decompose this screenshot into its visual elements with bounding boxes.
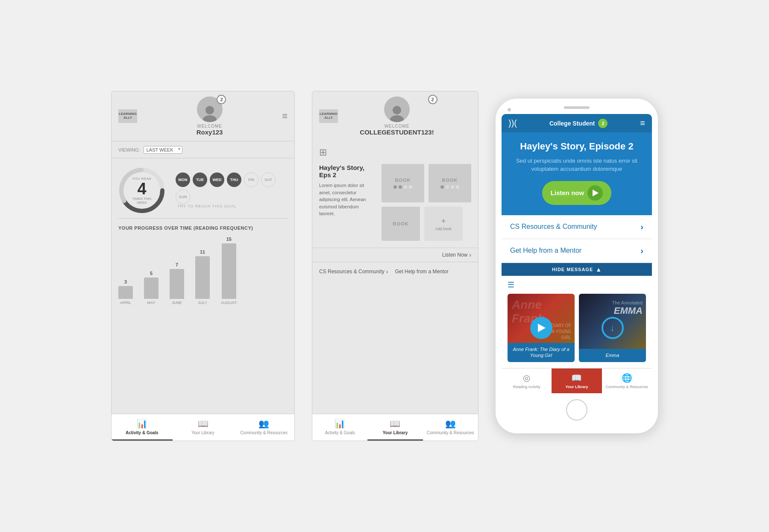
- learning-ally-logo: LEARNING ALLY: [118, 109, 137, 123]
- screen2-bottom-nav: 📊 Activity & Goals 📖 Your Library 👥 Comm…: [312, 414, 478, 441]
- phone-frame: ))( College Student 2 ≡ Hayley's Story, …: [496, 99, 658, 433]
- hero-title: Hayley's Story, Episode 2: [510, 141, 643, 152]
- emma-download-button[interactable]: ↓: [602, 317, 624, 339]
- screen2-avatar[interactable]: [384, 96, 410, 122]
- hide-message-text: HIDE MESSAGE: [552, 267, 593, 272]
- day-mon: MON: [176, 172, 190, 187]
- book-description: Lorem ipsum dolor sit amet, consectetur …: [319, 182, 375, 217]
- nav-activity-goals[interactable]: 📊 Activity & Goals: [112, 414, 173, 441]
- header-menu-icon[interactable]: ≡: [640, 118, 645, 128]
- nav-your-library[interactable]: 📖 Your Library: [173, 414, 234, 441]
- svg-point-5: [393, 106, 401, 114]
- cs-resources-link[interactable]: CS Resources & Community ›: [502, 215, 652, 239]
- book-thumb-1[interactable]: BOOK: [382, 164, 424, 202]
- app-community-icon: 🌐: [622, 373, 632, 383]
- bar-june: 7 JUNE: [170, 262, 184, 305]
- library-label: Your Library: [191, 430, 214, 435]
- reading-stats-section: YOU READ 4 TIMES THIS WEEK MON TUE WED T…: [112, 158, 294, 218]
- app-nav-reading-activity[interactable]: ◎ Reading Activity: [502, 368, 552, 393]
- anne-play-button[interactable]: [530, 317, 552, 339]
- hide-message-bar[interactable]: HIDE MESSAGE ▲: [502, 263, 652, 276]
- anne-frank-card[interactable]: AnneFrank DIARY OFA YOUNGGIRL Anne Frank…: [508, 294, 575, 362]
- progress-chart-section: YOUR PROGRESS OVER TIME (Reading Frequen…: [112, 219, 294, 312]
- svg-point-6: [390, 115, 404, 122]
- play-triangle-icon: [538, 324, 546, 332]
- emma-title: Emma: [583, 352, 642, 358]
- library-list-icon[interactable]: ☰: [508, 281, 514, 289]
- emma-title-bar: Emma: [579, 349, 646, 362]
- header-badge: 2: [598, 119, 608, 128]
- read-count: 4: [130, 181, 154, 197]
- reading-circle: YOU READ 4 TIMES THIS WEEK: [118, 167, 165, 214]
- book-thumb-3[interactable]: BOOK: [382, 207, 420, 241]
- anne-frank-title: Anne Frank: The Diary of a Young Girl: [512, 346, 570, 359]
- username-label: Roxy123: [197, 129, 223, 136]
- get-help-text: Get Help from a Mentor: [510, 247, 581, 254]
- avatar-section: 2 WELCOME Roxy123: [197, 96, 223, 136]
- app-library-label: Your Library: [566, 385, 588, 389]
- screen2-activity-icon: 📊: [335, 418, 345, 429]
- screen2-community-label: Community & Resources: [427, 430, 474, 435]
- bar-july: 11 JULY: [195, 249, 210, 305]
- book-thumb-2[interactable]: BOOK: [429, 164, 471, 202]
- screen1-wireframe: LEARNING ALLY 2 WELCOME Roxy123 ≡ VIEWIN…: [111, 91, 295, 441]
- cs-resources-link[interactable]: CS Resources & Community ›: [319, 268, 388, 275]
- hamburger-icon[interactable]: ≡: [282, 111, 288, 121]
- anne-frank-title-bar: Anne Frank: The Diary of a Young Girl: [508, 343, 575, 362]
- bar-may: 5 MAY: [144, 271, 158, 305]
- viewing-row: VIEWING: LAST WEEK: [112, 141, 294, 158]
- screen2-username: COLLEGESTUDENT123!: [360, 129, 434, 136]
- screen2-nav-library[interactable]: 📖 Your Library: [367, 414, 423, 441]
- header-center: College Student 2: [549, 119, 608, 128]
- phone-home-button[interactable]: [566, 399, 587, 421]
- app-header: ))( College Student 2 ≡: [502, 114, 652, 132]
- screen2-logo: LEARNING ALLY: [319, 109, 338, 123]
- reading-activity-icon: ◎: [523, 373, 530, 383]
- book-info: Hayley's Story, Eps 2 Lorem ipsum dolor …: [319, 164, 375, 241]
- screen2-activity-label: Activity & Goals: [325, 430, 355, 435]
- svg-point-1: [203, 115, 217, 122]
- nav-community[interactable]: 👥 Community & Resources: [233, 414, 294, 441]
- screen2-community-icon: 👥: [445, 418, 456, 429]
- welcome-label: WELCOME: [197, 124, 222, 129]
- listen-now-button[interactable]: Listen now: [542, 181, 611, 205]
- screen2-nav-community[interactable]: 👥 Community & Resources: [423, 414, 478, 441]
- book-row-2: BOOK + Add book: [382, 207, 471, 241]
- library-header: ☰: [502, 276, 652, 294]
- screen2-welcome: WELCOME: [384, 124, 410, 129]
- app-community-label: Community & Resources: [606, 385, 649, 389]
- viewing-label: VIEWING:: [118, 147, 140, 152]
- day-wed: WED: [210, 172, 224, 187]
- chart-title: YOUR PROGRESS OVER TIME (Reading Frequen…: [118, 225, 288, 231]
- get-help-link[interactable]: Get Help from a Mentor ›: [502, 239, 652, 263]
- screen2-header: LEARNING ALLY 2 WELCOME COLLEGESTUDENT12…: [312, 91, 478, 141]
- list-icon[interactable]: ⊞: [312, 141, 478, 164]
- listen-now-row: Listen Now ›: [312, 248, 478, 262]
- community-label: Community & Resources: [240, 430, 288, 435]
- screen2-library-icon: 📖: [390, 418, 400, 429]
- day-tue: TUE: [193, 172, 207, 187]
- listen-now-link[interactable]: Listen Now ›: [442, 251, 471, 258]
- reading-activity-label: Reading Activity: [513, 385, 540, 389]
- get-help-link[interactable]: Get Help from a Mentor: [395, 269, 448, 275]
- hero-description: Sed ut perspiciatis unde omnis iste natu…: [510, 157, 643, 173]
- resources-row: CS Resources & Community › Get Help from…: [312, 262, 478, 281]
- add-book-button[interactable]: + Add book: [424, 207, 463, 241]
- screen2-library-label: Your Library: [383, 430, 408, 435]
- play-circle-icon: [587, 185, 603, 201]
- book-grid: BOOK BOOK: [382, 164, 471, 241]
- app-bottom-nav: ◎ Reading Activity 📖 Your Library 🌐 Comm…: [502, 368, 652, 393]
- goal-text: TRY TO REACH THIS GOAL: [177, 204, 288, 208]
- book-title: Hayley's Story, Eps 2: [319, 164, 375, 178]
- times-this-week-label: TIMES THIS WEEK: [130, 197, 154, 205]
- screen1-bottom-nav: 📊 Activity & Goals 📖 Your Library 👥 Comm…: [112, 414, 294, 441]
- viewing-select[interactable]: LAST WEEK: [144, 146, 182, 154]
- app-nav-community[interactable]: 🌐 Community & Resources: [602, 368, 652, 393]
- day-sun: SUN: [176, 190, 190, 204]
- screen2-nav-activity[interactable]: 📊 Activity & Goals: [312, 414, 367, 441]
- emma-card[interactable]: The AnnotatedEMMA ↓ Emma: [579, 294, 646, 362]
- screen1-header: LEARNING ALLY 2 WELCOME Roxy123 ≡: [112, 91, 294, 141]
- help-chevron-icon: ›: [640, 246, 643, 256]
- app-nav-library[interactable]: 📖 Your Library: [552, 368, 602, 393]
- featured-book-section: Hayley's Story, Eps 2 Lorem ipsum dolor …: [312, 164, 478, 248]
